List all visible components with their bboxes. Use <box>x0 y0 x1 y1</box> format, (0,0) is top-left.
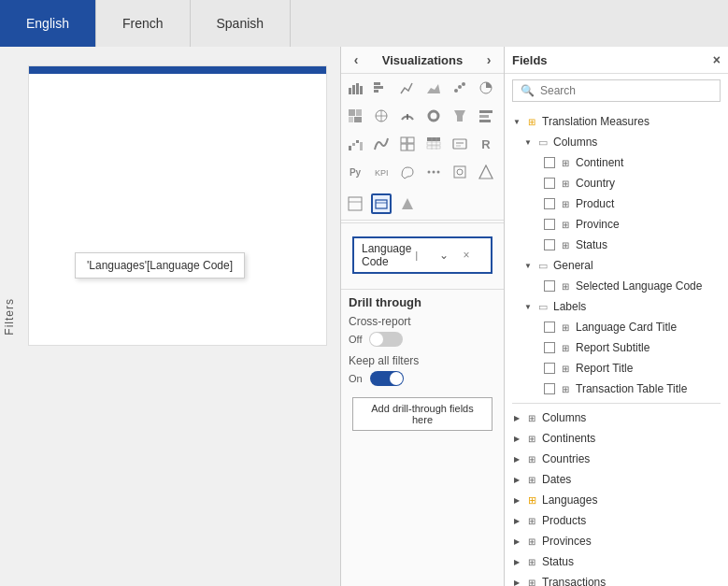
viz-icon-more1[interactable] <box>476 106 496 126</box>
viz-icon-more3[interactable] <box>450 162 470 182</box>
measure-icon-translation-measures: ⊞ <box>525 115 538 128</box>
checkbox-status[interactable] <box>544 239 555 250</box>
svg-rect-33 <box>427 137 440 141</box>
viz-icon-scatter[interactable] <box>450 78 470 98</box>
label-transactions: Transactions <box>542 576 721 586</box>
viz-icon-kpi[interactable]: KPI <box>371 162 392 182</box>
chevron-labels <box>523 302 533 311</box>
tree-item-report-title[interactable]: ⊞ Report Title <box>505 358 728 379</box>
label-status: Status <box>576 238 721 251</box>
fields-search-box[interactable]: 🔍 <box>512 79 721 102</box>
checkbox-report-title[interactable] <box>544 363 555 374</box>
viz-nav-left[interactable]: ‹ <box>349 52 364 67</box>
viz-icon-donut[interactable] <box>423 106 444 126</box>
fields-tree: ⊞ Translation Measures ▭ Columns ⊞ Conti… <box>505 107 728 586</box>
viz-icon-py[interactable]: Py <box>345 162 365 182</box>
field-dropdown-close[interactable]: × <box>463 249 483 262</box>
label-country: Country <box>576 177 721 190</box>
viz-icon-waterfall[interactable] <box>345 134 365 154</box>
viz-icon-more4[interactable] <box>476 162 496 182</box>
viz-icon-table[interactable] <box>423 134 444 154</box>
viz-icon-map[interactable] <box>371 106 392 126</box>
viz-icon-line[interactable] <box>397 78 418 98</box>
tree-item-transaction-table-title[interactable]: ⊞ Transaction Table Title <box>505 379 728 399</box>
label-continents: Continents <box>542 432 721 445</box>
toggle-keep-filters[interactable] <box>370 371 404 386</box>
checkbox-continent[interactable] <box>544 157 555 168</box>
svg-rect-30 <box>407 137 414 143</box>
tree-item-lang-card-title[interactable]: ⊞ Language Card Title <box>505 317 728 337</box>
toggle-row-keep-filters: On <box>349 371 496 386</box>
checkbox-product[interactable] <box>544 198 555 209</box>
tab-bar: English French Spanish <box>0 0 728 47</box>
add-drill-button[interactable]: Add drill-through fields here <box>352 397 492 431</box>
viz-icon-bar2[interactable] <box>371 78 392 98</box>
fields-header: Fields × <box>505 47 728 74</box>
viz-icon-extra3[interactable] <box>397 193 418 214</box>
tree-item-status-table[interactable]: ⊞ Status <box>505 551 728 572</box>
checkbox-transaction-table-title[interactable] <box>544 383 555 394</box>
tree-item-products[interactable]: ⊞ Products <box>505 510 728 531</box>
label-transaction-table-title: Transaction Table Title <box>576 382 721 395</box>
tab-english[interactable]: English <box>0 0 96 47</box>
label-report-title: Report Title <box>576 362 721 375</box>
tree-item-languages[interactable]: ⊞ Languages <box>505 490 728 510</box>
search-input[interactable] <box>540 84 712 97</box>
tree-item-labels[interactable]: ▭ Labels <box>505 296 728 317</box>
viz-icon-ribbon[interactable] <box>371 134 392 154</box>
viz-icon-extra1[interactable] <box>345 193 365 214</box>
tree-item-continent[interactable]: ⊞ Continent <box>505 152 728 173</box>
checkbox-country[interactable] <box>544 178 555 189</box>
viz-icon-gauge[interactable] <box>397 106 418 126</box>
tree-item-dates[interactable]: ⊞ Dates <box>505 469 728 490</box>
tree-item-selected-lang-code[interactable]: ⊞ Selected Language Code <box>505 276 728 296</box>
viz-icon-r[interactable]: R <box>476 134 496 154</box>
tree-item-countries[interactable]: ⊞ Countries <box>505 449 728 469</box>
tree-item-columns-table[interactable]: ⊞ Columns <box>505 407 728 428</box>
viz-icon-area[interactable] <box>423 78 444 98</box>
tree-item-status[interactable]: ⊞ Status <box>505 235 728 255</box>
checkbox-selected-lang-code[interactable] <box>544 280 555 292</box>
checkbox-province[interactable] <box>544 219 555 230</box>
svg-rect-35 <box>427 146 440 149</box>
viz-nav-right[interactable]: › <box>481 52 496 67</box>
viz-icons-row1 <box>341 74 504 102</box>
svg-point-43 <box>433 171 435 174</box>
table-icon-status-table: ⊞ <box>525 555 538 568</box>
fields-close-icon[interactable]: × <box>713 52 721 67</box>
tree-item-transactions[interactable]: ⊞ Transactions <box>505 572 728 586</box>
label-columns-table: Columns <box>542 411 721 424</box>
viz-icon-card[interactable] <box>450 134 470 154</box>
field-dropdown-cursor: | <box>415 250 435 261</box>
tab-spanish[interactable]: Spanish <box>191 0 292 47</box>
svg-marker-52 <box>402 198 413 209</box>
viz-icon-funnel[interactable] <box>450 106 470 126</box>
tree-item-columns[interactable]: ▭ Columns <box>505 132 728 152</box>
viz-icon-pie[interactable] <box>476 78 496 98</box>
label-continent: Continent <box>576 156 721 169</box>
tree-item-product[interactable]: ⊞ Product <box>505 193 728 214</box>
viz-icon-bubble[interactable] <box>397 162 418 182</box>
viz-icon-more2[interactable] <box>423 162 444 182</box>
drill-cross-report-label: Cross-report <box>349 315 496 328</box>
field-dropdown[interactable]: Language Code | ⌄ × <box>352 236 492 274</box>
checkbox-report-subtitle[interactable] <box>544 342 555 353</box>
field-dropdown-chevron[interactable]: ⌄ <box>439 249 460 262</box>
tree-item-translation-measures[interactable]: ⊞ Translation Measures <box>505 111 728 132</box>
tree-item-country[interactable]: ⊞ Country <box>505 173 728 193</box>
viz-icon-selected[interactable] <box>371 193 392 214</box>
label-product: Product <box>576 197 721 210</box>
viz-icon-matrix[interactable] <box>397 134 418 154</box>
tree-item-report-subtitle[interactable]: ⊞ Report Subtitle <box>505 337 728 358</box>
tab-french[interactable]: French <box>96 0 191 47</box>
checkbox-lang-card-title[interactable] <box>544 322 555 333</box>
viz-icon-treemap[interactable] <box>345 106 365 126</box>
toggle-cross-report[interactable] <box>369 332 403 347</box>
toggle-thumb-keep-filters <box>390 372 403 385</box>
tree-item-general[interactable]: ▭ General <box>505 255 728 276</box>
tree-item-province[interactable]: ⊞ Province <box>505 214 728 235</box>
tree-item-provinces[interactable]: ⊞ Provinces <box>505 531 728 551</box>
viz-icon-bar[interactable] <box>345 78 365 98</box>
viz-icons-row5 <box>341 190 504 218</box>
tree-item-continents[interactable]: ⊞ Continents <box>505 428 728 449</box>
